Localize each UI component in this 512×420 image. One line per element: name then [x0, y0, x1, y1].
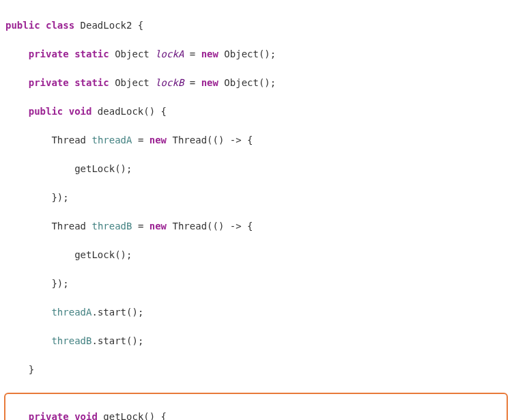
keyword: private void	[29, 411, 98, 420]
text: deadLock() {	[91, 106, 167, 117]
field: lockA	[155, 48, 184, 59]
text: Object();	[218, 48, 276, 59]
text: Thread(() -> {	[167, 221, 253, 232]
code-line: public void deadLock() {	[5, 104, 507, 119]
class-name: DeadLock2 {	[74, 20, 143, 31]
indent	[5, 307, 51, 318]
indent	[5, 135, 51, 145]
code-line: private static Object lockB = new Object…	[5, 76, 507, 90]
code-line: threadB.start();	[5, 334, 507, 348]
text: Object();	[218, 77, 276, 88]
code-line: }	[5, 363, 507, 377]
text: getLock();	[74, 163, 132, 174]
indent	[5, 249, 74, 260]
type: Thread	[51, 135, 91, 145]
indent	[5, 77, 29, 88]
text: getLock() {	[98, 411, 167, 420]
type: Object	[109, 48, 155, 59]
indent	[5, 48, 29, 59]
variable: threadB	[51, 335, 91, 346]
code-line: Thread threadA = new Thread(() -> {	[5, 133, 507, 148]
indent	[5, 192, 51, 203]
code-line: threadA.start();	[5, 305, 507, 320]
text: .start();	[91, 307, 143, 318]
keyword: public void	[29, 106, 92, 117]
text: Thread(() -> {	[167, 135, 253, 145]
field: lockB	[155, 77, 184, 88]
indent	[5, 335, 51, 346]
variable: threadA	[51, 307, 91, 318]
code-line: });	[5, 277, 507, 291]
code-line: getLock();	[5, 162, 507, 176]
indent	[5, 106, 29, 117]
keyword: new	[201, 48, 218, 59]
highlight-region: private void getLock() { synchronized (l…	[4, 393, 508, 420]
indent	[5, 163, 74, 174]
variable: threadB	[91, 221, 132, 232]
code-line: Thread threadB = new Thread(() -> {	[5, 219, 507, 234]
keyword: new	[201, 77, 218, 88]
code-line: });	[5, 191, 507, 205]
keyword: private static	[29, 48, 109, 59]
text: .start();	[91, 335, 143, 346]
text: });	[51, 278, 68, 289]
type: Object	[109, 77, 155, 88]
code-block: public class DeadLock2 { private static …	[0, 0, 512, 420]
text: =	[184, 48, 201, 59]
code-line: public class DeadLock2 {	[5, 18, 507, 33]
keyword: new	[150, 135, 167, 145]
type: Thread	[51, 221, 91, 232]
keyword: new	[150, 221, 167, 232]
variable: threadA	[91, 135, 132, 145]
indent	[5, 221, 51, 232]
code-line: getLock();	[5, 248, 507, 262]
code-line: private static Object lockA = new Object…	[5, 47, 507, 61]
indent	[5, 411, 29, 420]
indent	[5, 278, 51, 289]
text: =	[184, 77, 201, 88]
keyword: private static	[29, 77, 109, 88]
keyword: public class	[5, 20, 74, 31]
text: });	[51, 192, 68, 203]
text: =	[132, 221, 149, 232]
text: getLock();	[74, 249, 132, 260]
text: =	[132, 135, 149, 145]
code-line: private void getLock() {	[5, 410, 507, 420]
text: }	[29, 364, 34, 375]
indent	[5, 364, 29, 375]
